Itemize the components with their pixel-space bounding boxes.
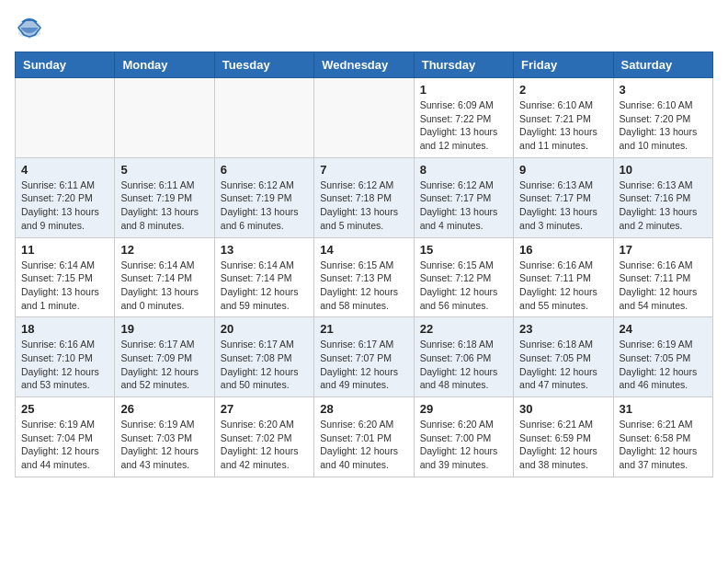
day-cell: 5Sunrise: 6:11 AMSunset: 7:19 PMDaylight… xyxy=(115,157,214,237)
day-number: 4 xyxy=(21,163,108,177)
logo-icon xyxy=(15,15,44,40)
day-number: 29 xyxy=(420,402,507,416)
day-number: 17 xyxy=(620,243,707,257)
weekday-header-wednesday: Wednesday xyxy=(314,52,414,78)
day-number: 27 xyxy=(221,402,308,416)
day-info: Sunrise: 6:20 AMSunset: 7:00 PMDaylight:… xyxy=(420,418,507,472)
day-number: 18 xyxy=(21,322,108,336)
weekday-header-friday: Friday xyxy=(514,52,613,78)
day-info: Sunrise: 6:12 AMSunset: 7:19 PMDaylight:… xyxy=(221,178,308,233)
page-header xyxy=(15,15,713,40)
day-number: 30 xyxy=(519,402,607,416)
day-cell: 28Sunrise: 6:20 AMSunset: 7:01 PMDayligh… xyxy=(314,397,414,477)
day-number: 25 xyxy=(21,402,108,416)
day-cell: 3Sunrise: 6:10 AMSunset: 7:20 PMDaylight… xyxy=(613,78,712,158)
day-cell: 20Sunrise: 6:17 AMSunset: 7:08 PMDayligh… xyxy=(214,317,313,397)
day-info: Sunrise: 6:16 AMSunset: 7:11 PMDaylight:… xyxy=(519,259,607,313)
day-cell: 27Sunrise: 6:20 AMSunset: 7:02 PMDayligh… xyxy=(214,397,313,477)
day-cell: 7Sunrise: 6:12 AMSunset: 7:18 PMDaylight… xyxy=(314,157,414,237)
day-info: Sunrise: 6:19 AMSunset: 7:04 PMDaylight:… xyxy=(21,418,108,472)
day-info: Sunrise: 6:21 AMSunset: 6:58 PMDaylight:… xyxy=(620,418,707,472)
weekday-header-sunday: Sunday xyxy=(16,52,115,78)
day-number: 31 xyxy=(620,402,707,416)
day-number: 11 xyxy=(21,243,108,257)
day-cell: 30Sunrise: 6:21 AMSunset: 6:59 PMDayligh… xyxy=(514,397,613,477)
day-number: 28 xyxy=(320,402,407,416)
day-info: Sunrise: 6:20 AMSunset: 7:02 PMDaylight:… xyxy=(221,418,308,472)
day-number: 20 xyxy=(221,322,308,336)
day-cell: 10Sunrise: 6:13 AMSunset: 7:16 PMDayligh… xyxy=(613,157,712,237)
day-number: 22 xyxy=(420,322,507,336)
day-number: 15 xyxy=(420,243,507,257)
day-info: Sunrise: 6:15 AMSunset: 7:13 PMDaylight:… xyxy=(320,259,407,313)
day-cell: 2Sunrise: 6:10 AMSunset: 7:21 PMDaylight… xyxy=(514,78,613,158)
day-number: 6 xyxy=(221,163,308,177)
day-info: Sunrise: 6:14 AMSunset: 7:14 PMDaylight:… xyxy=(221,259,308,313)
day-number: 19 xyxy=(120,322,208,336)
day-number: 9 xyxy=(519,163,607,177)
day-cell: 26Sunrise: 6:19 AMSunset: 7:03 PMDayligh… xyxy=(115,397,214,477)
day-cell: 19Sunrise: 6:17 AMSunset: 7:09 PMDayligh… xyxy=(115,317,214,397)
day-cell: 16Sunrise: 6:16 AMSunset: 7:11 PMDayligh… xyxy=(514,237,613,317)
day-number: 13 xyxy=(221,243,308,257)
day-info: Sunrise: 6:12 AMSunset: 7:17 PMDaylight:… xyxy=(420,178,507,233)
weekday-header-tuesday: Tuesday xyxy=(214,52,313,78)
day-info: Sunrise: 6:11 AMSunset: 7:19 PMDaylight:… xyxy=(120,178,208,233)
day-number: 5 xyxy=(120,163,208,177)
day-cell: 12Sunrise: 6:14 AMSunset: 7:14 PMDayligh… xyxy=(115,237,214,317)
day-number: 16 xyxy=(519,243,607,257)
day-info: Sunrise: 6:19 AMSunset: 7:05 PMDaylight:… xyxy=(620,338,707,392)
day-cell: 31Sunrise: 6:21 AMSunset: 6:58 PMDayligh… xyxy=(613,397,712,477)
day-info: Sunrise: 6:19 AMSunset: 7:03 PMDaylight:… xyxy=(120,418,208,472)
day-cell: 15Sunrise: 6:15 AMSunset: 7:12 PMDayligh… xyxy=(414,237,513,317)
day-number: 2 xyxy=(519,83,607,97)
day-info: Sunrise: 6:14 AMSunset: 7:15 PMDaylight:… xyxy=(21,259,108,313)
day-info: Sunrise: 6:16 AMSunset: 7:11 PMDaylight:… xyxy=(620,259,707,313)
week-row-1: 1Sunrise: 6:09 AMSunset: 7:22 PMDaylight… xyxy=(16,78,713,158)
day-info: Sunrise: 6:11 AMSunset: 7:20 PMDaylight:… xyxy=(21,178,108,233)
weekday-header-monday: Monday xyxy=(115,52,214,78)
day-info: Sunrise: 6:13 AMSunset: 7:16 PMDaylight:… xyxy=(620,178,707,233)
day-cell: 24Sunrise: 6:19 AMSunset: 7:05 PMDayligh… xyxy=(613,317,712,397)
day-number: 14 xyxy=(320,243,407,257)
day-cell: 11Sunrise: 6:14 AMSunset: 7:15 PMDayligh… xyxy=(16,237,115,317)
day-number: 3 xyxy=(620,83,707,97)
day-number: 21 xyxy=(320,322,407,336)
weekday-header-row: SundayMondayTuesdayWednesdayThursdayFrid… xyxy=(16,52,713,78)
day-number: 12 xyxy=(120,243,208,257)
logo xyxy=(15,15,48,40)
day-cell xyxy=(16,78,115,158)
day-cell: 8Sunrise: 6:12 AMSunset: 7:17 PMDaylight… xyxy=(414,157,513,237)
day-info: Sunrise: 6:10 AMSunset: 7:20 PMDaylight:… xyxy=(620,98,707,153)
day-cell xyxy=(314,78,414,158)
day-cell: 29Sunrise: 6:20 AMSunset: 7:00 PMDayligh… xyxy=(414,397,513,477)
day-info: Sunrise: 6:14 AMSunset: 7:14 PMDaylight:… xyxy=(120,259,208,313)
day-info: Sunrise: 6:17 AMSunset: 7:08 PMDaylight:… xyxy=(221,338,308,392)
day-info: Sunrise: 6:16 AMSunset: 7:10 PMDaylight:… xyxy=(21,338,108,392)
day-cell xyxy=(214,78,313,158)
day-info: Sunrise: 6:18 AMSunset: 7:06 PMDaylight:… xyxy=(420,338,507,392)
day-number: 26 xyxy=(120,402,208,416)
day-info: Sunrise: 6:15 AMSunset: 7:12 PMDaylight:… xyxy=(420,259,507,313)
day-info: Sunrise: 6:17 AMSunset: 7:09 PMDaylight:… xyxy=(120,338,208,392)
day-cell: 6Sunrise: 6:12 AMSunset: 7:19 PMDaylight… xyxy=(214,157,313,237)
weekday-header-thursday: Thursday xyxy=(414,52,513,78)
day-cell: 13Sunrise: 6:14 AMSunset: 7:14 PMDayligh… xyxy=(214,237,313,317)
day-cell: 23Sunrise: 6:18 AMSunset: 7:05 PMDayligh… xyxy=(514,317,613,397)
week-row-4: 18Sunrise: 6:16 AMSunset: 7:10 PMDayligh… xyxy=(16,317,713,397)
day-number: 23 xyxy=(519,322,607,336)
calendar-table: SundayMondayTuesdayWednesdayThursdayFrid… xyxy=(15,52,713,477)
day-cell: 18Sunrise: 6:16 AMSunset: 7:10 PMDayligh… xyxy=(16,317,115,397)
day-cell: 1Sunrise: 6:09 AMSunset: 7:22 PMDaylight… xyxy=(414,78,513,158)
day-number: 10 xyxy=(620,163,707,177)
day-cell: 9Sunrise: 6:13 AMSunset: 7:17 PMDaylight… xyxy=(514,157,613,237)
week-row-2: 4Sunrise: 6:11 AMSunset: 7:20 PMDaylight… xyxy=(16,157,713,237)
weekday-header-saturday: Saturday xyxy=(613,52,712,78)
day-cell xyxy=(115,78,214,158)
week-row-3: 11Sunrise: 6:14 AMSunset: 7:15 PMDayligh… xyxy=(16,237,713,317)
day-number: 24 xyxy=(620,322,707,336)
day-info: Sunrise: 6:17 AMSunset: 7:07 PMDaylight:… xyxy=(320,338,407,392)
day-cell: 22Sunrise: 6:18 AMSunset: 7:06 PMDayligh… xyxy=(414,317,513,397)
day-number: 7 xyxy=(320,163,407,177)
day-cell: 21Sunrise: 6:17 AMSunset: 7:07 PMDayligh… xyxy=(314,317,414,397)
